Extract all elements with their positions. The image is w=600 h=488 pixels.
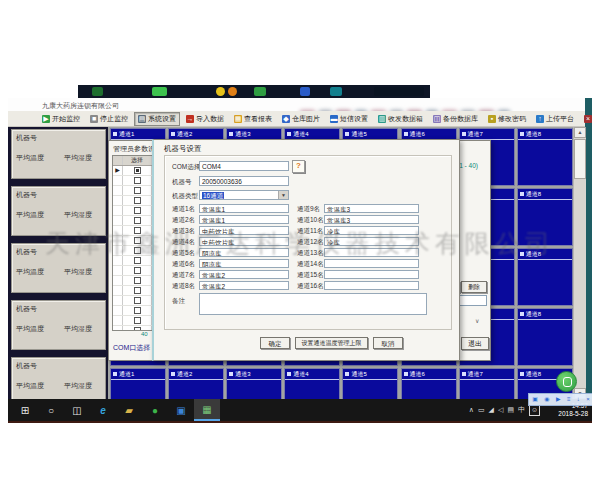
admin-exit-button[interactable]: 退出: [461, 337, 489, 350]
channel-name-field[interactable]: [324, 248, 419, 257]
machine-type-select[interactable]: 16通道 ▼: [199, 190, 289, 200]
com-field[interactable]: COM4: [199, 161, 289, 171]
channel-name-field[interactable]: 冷库: [324, 237, 419, 246]
import-data-button[interactable]: →导入数据: [182, 112, 228, 126]
monitor-app-icon[interactable]: ▦: [194, 399, 220, 421]
blue-app-icon[interactable]: ▣: [168, 399, 194, 421]
row-checkbox[interactable]: [134, 317, 141, 324]
start-monitor-button[interactable]: ▶开始监控: [38, 112, 84, 126]
channel-name-field[interactable]: 常温库3: [324, 204, 419, 213]
signal-icon[interactable]: ◢: [489, 406, 494, 414]
scrollbar-thumb[interactable]: [574, 139, 586, 179]
channel-cell[interactable]: 通道8: [517, 248, 573, 306]
row-checkbox[interactable]: [134, 247, 141, 254]
stop-monitor-button[interactable]: ■停止监控: [86, 112, 132, 126]
download-icon[interactable]: ↓: [577, 395, 580, 404]
row-checkbox[interactable]: [134, 267, 141, 274]
upload-platform-button[interactable]: ↑上传平台: [532, 112, 578, 126]
machine-no-field[interactable]: 20050003636: [199, 176, 289, 186]
help-button[interactable]: ?: [292, 160, 305, 173]
row-checkbox[interactable]: [134, 277, 141, 284]
menu-icon[interactable]: ≡: [567, 395, 571, 404]
row-checkbox[interactable]: [134, 217, 141, 224]
set-limit-button[interactable]: 设置通道温度管理上限: [295, 337, 368, 349]
channel-name-field[interactable]: 中药饮片库: [199, 237, 289, 246]
channel-name-field[interactable]: [324, 281, 419, 290]
row-checkbox[interactable]: [134, 197, 141, 204]
settings-box-icon[interactable]: ⊙: [529, 405, 540, 416]
channel-name-field[interactable]: 冷库: [324, 226, 419, 235]
channel-name-field[interactable]: 常温库3: [324, 215, 419, 224]
record-icon[interactable]: ◉: [544, 395, 549, 404]
start-button[interactable]: ⊞: [12, 399, 38, 421]
row-marker: [113, 226, 123, 235]
chevron-down-icon[interactable]: ▼: [278, 191, 288, 199]
ime-icon[interactable]: 中: [518, 405, 525, 415]
edge-icon[interactable]: e: [90, 399, 116, 421]
channel-cell-label: 通道2: [177, 370, 192, 379]
row-checkbox[interactable]: [134, 227, 141, 234]
volume-icon[interactable]: ◁: [498, 406, 503, 414]
row-checkbox[interactable]: [134, 257, 141, 264]
channel-cell[interactable]: 通道8: [517, 308, 573, 366]
close-icon[interactable]: ×: [586, 395, 590, 404]
channel-cell[interactable]: 通道5: [342, 368, 398, 399]
channel-cell[interactable]: 通道7: [459, 368, 515, 399]
channel-cell-header: 通道8: [518, 129, 572, 140]
cancel-button[interactable]: 取消: [373, 337, 403, 349]
network-icon[interactable]: ▤: [507, 406, 514, 414]
row-checkbox[interactable]: [134, 307, 141, 314]
channel-name-field[interactable]: 常温库2: [199, 281, 289, 290]
row-checkbox[interactable]: [134, 237, 141, 244]
channel-name-field[interactable]: 阴凉库: [199, 259, 289, 268]
spinner-down-icon[interactable]: ∨: [475, 317, 479, 324]
channel-label: 通道3名: [172, 227, 195, 236]
channel-cell[interactable]: 通道2: [168, 368, 224, 399]
exit-button[interactable]: ×退出: [580, 112, 592, 126]
channel-name-field[interactable]: [324, 270, 419, 279]
search-icon[interactable]: ○: [38, 399, 64, 421]
change-password-button[interactable]: ▪修改密码: [484, 112, 530, 126]
messenger-icon[interactable]: [556, 371, 577, 392]
scroll-up-icon[interactable]: ▲: [574, 127, 586, 138]
machine-type-label: 机器类型: [172, 192, 198, 201]
play-icon[interactable]: ▶: [556, 395, 561, 404]
warehouse-photo-button[interactable]: ◆仓库图片: [278, 112, 324, 126]
channel-name-field[interactable]: 常温库2: [199, 270, 289, 279]
vertical-scrollbar[interactable]: ▲ ▼: [573, 127, 586, 399]
row-checkbox[interactable]: [134, 297, 141, 304]
backup-db-button[interactable]: ◫备份数据库: [429, 112, 482, 126]
task-view-icon[interactable]: ◫: [64, 399, 90, 421]
view-report-button[interactable]: ▦查看报表: [230, 112, 276, 126]
channel-name-field[interactable]: [324, 259, 419, 268]
row-checkbox[interactable]: [134, 287, 141, 294]
system-settings-button[interactable]: ▤系统设置: [134, 112, 180, 126]
explorer-icon[interactable]: ▰: [116, 399, 142, 421]
channel-name-field[interactable]: 中药饮片库: [199, 226, 289, 235]
channel-cell[interactable]: 通道3: [226, 368, 282, 399]
pin-icon[interactable]: ▣: [532, 395, 538, 404]
row-checkbox[interactable]: [134, 327, 141, 331]
row-checkbox[interactable]: [134, 207, 141, 214]
channel-name-field[interactable]: 阴凉库: [199, 248, 289, 257]
row-checkbox[interactable]: [134, 187, 141, 194]
sms-settings-button[interactable]: ▬短信设置: [326, 112, 372, 126]
channel-cell[interactable]: 通道1: [110, 368, 166, 399]
channel-cell[interactable]: 通道8: [517, 128, 573, 186]
laptop-icon[interactable]: ▭: [478, 406, 485, 414]
delete-button[interactable]: 删除: [461, 281, 487, 293]
channel-name-field[interactable]: 常温库1: [199, 215, 289, 224]
row-checkbox[interactable]: [134, 167, 141, 174]
capture-toolbar[interactable]: ▣◉▶≡↓×: [528, 393, 592, 406]
channel-cell[interactable]: 通道4: [284, 368, 340, 399]
remark-textarea[interactable]: [199, 293, 427, 315]
channel-name-field[interactable]: 常温库1: [199, 204, 289, 213]
channel-cell[interactable]: 通道6: [401, 368, 457, 399]
channel-cell[interactable]: 通道8: [517, 188, 573, 246]
start-monitor-button-label: 开始监控: [52, 114, 80, 124]
tray-expand-icon[interactable]: ∧: [469, 406, 474, 414]
row-checkbox[interactable]: [134, 177, 141, 184]
green-app-icon[interactable]: ●: [142, 399, 168, 421]
data-inbox-button[interactable]: ▥收发数据箱: [374, 112, 427, 126]
ok-button[interactable]: 确定: [260, 337, 290, 349]
